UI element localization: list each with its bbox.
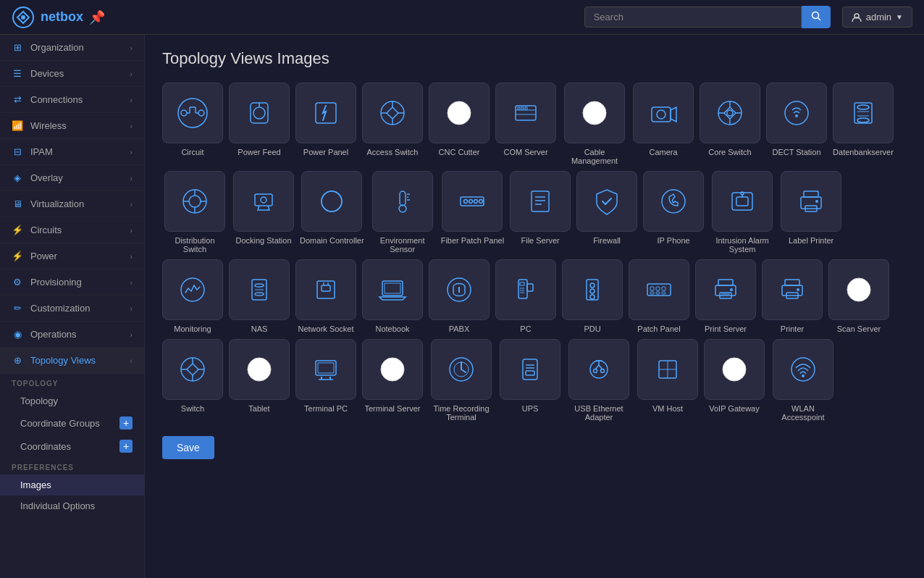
image-item-patch-panel[interactable]: Patch Panel [629,259,689,333]
svg-point-146 [723,358,746,381]
image-item-domain-controller[interactable]: Domain Controller [300,171,364,254]
sidebar-item-virtualization[interactable]: 🖥 Virtualization › [0,191,144,217]
sidebar-item-topology-views[interactable]: ⊕ Topology Views ‹ [0,348,144,374]
image-item-tablet[interactable]: Tablet [229,339,290,422]
sidebar-item-ipam[interactable]: ⊟ IPAM › [0,139,144,165]
svg-rect-103 [656,287,660,290]
virtualization-icon: 🖥 [12,198,23,209]
arrow-devices: › [130,70,133,78]
power-icon: ⚡ [12,251,23,261]
image-item-environment-sensor[interactable]: Environment Sensor [370,171,435,254]
image-item-pabx[interactable]: PABX [429,259,490,333]
svg-rect-107 [662,292,665,294]
image-item-scan-server[interactable]: Scan Server [828,259,889,333]
sidebar-item-overlay[interactable]: ◈ Overlay › [0,165,144,191]
sidebar-item-operations[interactable]: ◉ Operations › [0,322,144,348]
image-label-terminal-server: Terminal Server [364,404,420,413]
coordinates-add[interactable]: + [119,440,133,453]
sidebar-sub-individual-options[interactable]: Individual Options [0,495,144,516]
sidebar-item-devices[interactable]: ☰ Devices › [0,61,144,87]
svg-rect-97 [587,280,598,300]
image-item-ip-phone[interactable]: IP Phone [643,171,704,254]
svg-line-133 [461,369,466,372]
image-item-core-switch[interactable]: Core Switch [700,83,760,165]
image-item-label-printer[interactable]: Label Printer [781,171,841,254]
sidebar-label-topology-views: Topology Views [30,355,96,366]
org-icon: ⊞ [12,42,23,53]
sidebar-item-wireless[interactable]: 📶 Wireless › [0,113,144,139]
image-label-circuit: Circuit [181,148,203,156]
image-item-firewall[interactable]: Firewall [576,171,637,254]
brand-logo[interactable]: netbox 📌 [12,6,105,29]
arrow-operations: › [130,330,133,339]
image-item-docking-station[interactable]: Docking Station [233,171,294,254]
image-item-fiber-patch-panel[interactable]: Fiber Patch Panel [441,171,504,254]
image-item-datenbankserver[interactable]: Datenbankserver [833,83,894,165]
sidebar-item-organization[interactable]: ⊞ Organization › [0,35,144,61]
image-item-network-socket[interactable]: Network Socket [295,259,356,333]
svg-point-44 [857,118,869,122]
image-item-cnc-cutter[interactable]: CNC Cutter [429,83,490,165]
image-item-power-panel[interactable]: Power Panel [295,83,356,165]
image-item-terminal-server[interactable]: Terminal Server [362,339,423,422]
image-label-label-printer: Label Printer [789,236,833,245]
svg-point-46 [189,196,201,207]
image-label-pc: PC [520,324,531,333]
sidebar-label-organization: Organization [30,42,84,53]
sidebar-item-customization[interactable]: ✏ Customization › [0,296,144,322]
image-item-monitoring[interactable]: Monitoring [162,259,223,333]
svg-point-129 [381,358,404,381]
sidebar-sub-images[interactable]: Images [0,474,144,495]
provisioning-icon: ⚙ [12,277,23,288]
dropdown-arrow: ▼ [896,13,903,21]
wireless-icon: 📶 [12,120,23,131]
search-button[interactable] [802,6,831,28]
image-item-dect-station[interactable]: DECT Station [766,83,827,165]
image-item-pdu[interactable]: PDU [562,259,623,333]
image-item-power-feed[interactable]: Power Feed [229,83,290,165]
image-item-access-switch[interactable]: Access Switch [362,83,423,165]
svg-rect-65 [532,191,549,211]
svg-line-3 [818,18,820,21]
image-item-usb-ethernet[interactable]: USB Ethernet Adapter [566,339,631,422]
svg-point-73 [741,192,744,195]
image-item-nas[interactable]: NAS [229,259,290,333]
image-item-voip-gateway[interactable]: VoIP Gateway [704,339,765,422]
image-item-wlan-accesspoint[interactable]: WLAN Accesspoint [770,339,836,422]
image-item-file-server[interactable]: File Server [510,171,571,254]
sidebar-item-circuits[interactable]: ⚡ Circuits › [0,217,144,243]
image-label-time-recording: Time Recording Terminal [429,404,494,422]
image-item-notebook[interactable]: Notebook [362,259,423,333]
search-input[interactable] [584,7,802,28]
sidebar-item-connections[interactable]: ⇄ Connections › [0,87,144,113]
user-menu[interactable]: admin ▼ [842,7,912,28]
save-button[interactable]: Save [162,436,214,459]
image-item-time-recording[interactable]: Time Recording Terminal [429,339,494,422]
sidebar-sub-coordinates[interactable]: Coordinates + [0,435,144,458]
sidebar-item-provisioning[interactable]: ⚙ Provisioning › [0,269,144,296]
image-label-wlan-accesspoint: WLAN Accesspoint [770,404,836,422]
image-item-camera[interactable]: Camera [633,83,694,165]
image-label-core-switch: Core Switch [708,148,751,156]
image-item-distribution-switch[interactable]: Distribution Switch [162,171,227,254]
image-item-intrusion-alarm[interactable]: Intrusion Alarm System [710,171,775,254]
image-item-ups[interactable]: UPS [500,339,560,422]
svg-rect-104 [662,287,665,290]
arrow-power: › [130,252,133,261]
image-item-vm-host[interactable]: VM Host [637,339,698,422]
image-item-terminal-pc[interactable]: Terminal PC [295,339,356,422]
sidebar-item-power[interactable]: ⚡ Power › [0,243,144,269]
image-item-circuit[interactable]: Circuit [162,83,223,165]
coordinate-groups-add[interactable]: + [119,416,133,430]
sidebar-sub-topology[interactable]: Topology [0,390,144,411]
topology-icon: ⊕ [12,355,23,366]
image-label-vm-host: VM Host [652,404,683,413]
image-item-com-server[interactable]: COM Server [495,83,556,165]
image-item-pc[interactable]: PC [495,259,556,333]
image-item-cable-management[interactable]: Cable Management [562,83,627,165]
image-item-print-server[interactable]: Print Server [695,259,756,333]
image-item-switch[interactable]: Switch [162,339,223,422]
sidebar-sub-coordinate-groups[interactable]: Coordinate Groups + [0,411,144,435]
image-label-pdu: PDU [584,324,600,333]
image-item-printer[interactable]: Printer [762,259,823,333]
